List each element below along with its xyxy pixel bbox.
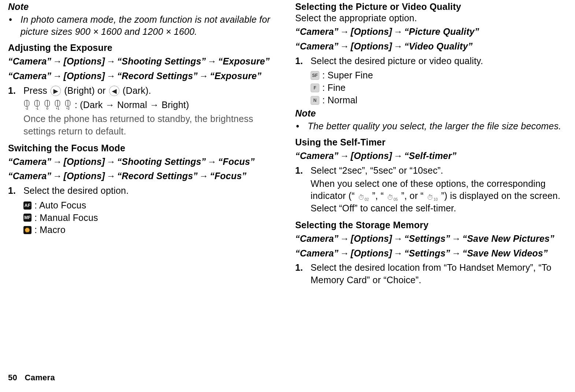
nav-left-key-icon: ◀ — [109, 86, 119, 96]
option-label: : Auto Focus — [34, 199, 86, 212]
path-seg: “Settings” — [404, 248, 450, 258]
list-item: N: Normal — [311, 94, 568, 107]
note-heading: Note — [295, 108, 568, 119]
list-item: F: Fine — [311, 82, 568, 94]
page-footer: 50 Camera — [8, 373, 55, 382]
normal-icon: N — [311, 96, 319, 105]
arrow-icon: → — [51, 171, 63, 181]
self-timer-10s-icon: ⏱ — [426, 193, 434, 201]
steps-storage: 1. Select the desired location from “To … — [295, 262, 568, 286]
note-item: • In photo camera mode, the zoom functio… — [8, 14, 281, 37]
left-column: Note • In photo camera mode, the zoom fu… — [8, 0, 281, 286]
auto-focus-icon: AF — [23, 201, 31, 210]
step-number: 1. — [295, 164, 311, 215]
arrow-icon: → — [450, 233, 462, 244]
super-fine-icon: SF — [311, 71, 319, 80]
right-column: Selecting the Picture or Video Quality S… — [295, 0, 568, 286]
arrow-icon: → — [51, 71, 63, 81]
list-item: 1. Select “2sec”, “5sec” or “10sec”. Whe… — [295, 164, 568, 215]
section-heading-exposure: Adjusting the Exposure — [8, 42, 281, 53]
path-seg: [Options] — [64, 56, 105, 66]
arrow-icon: → — [392, 41, 404, 51]
nav-right-key-icon: ▶ — [51, 86, 61, 96]
step-text: Select the desired location from “To Han… — [311, 262, 568, 286]
exposure-level-icon: -2 — [23, 100, 30, 110]
step-body: Select “2sec”, “5sec” or “10sec”. When y… — [311, 164, 568, 215]
arrow-icon: → — [338, 248, 350, 258]
arrow-icon: → — [198, 71, 210, 81]
path-seg: “Settings” — [404, 233, 450, 244]
steps-self-timer: 1. Select “2sec”, “5sec” or “10sec”. Whe… — [295, 164, 568, 215]
self-timer-2s-icon: ⏱ — [357, 193, 366, 201]
section-heading-self-timer: Using the Self-Timer — [295, 137, 568, 148]
list-item: SF: Super Fine — [311, 69, 568, 82]
self-timer-5s-icon: ⏱ — [386, 193, 394, 201]
path-seg: “Save New Videos” — [462, 248, 548, 258]
step-text: Press — [23, 85, 50, 96]
path-seg: [Options] — [351, 41, 392, 51]
step-text: Select the desired option. — [23, 185, 129, 196]
note-text: In photo camera mode, the zoom function … — [21, 14, 281, 37]
arrow-icon: → — [198, 171, 210, 181]
step-text: (Dark). — [123, 85, 151, 96]
option-label: : Normal — [322, 94, 357, 107]
exposure-level-icon: -1 — [34, 100, 40, 110]
list-item: 1. Select the desired location from “To … — [295, 262, 568, 286]
path-seg: “Camera” — [295, 151, 338, 161]
menu-path-focus-shooting: “Camera”→[Options]→“Shooting Settings”→“… — [8, 156, 281, 168]
path-seg: “Self-timer” — [404, 151, 457, 161]
path-seg: “Video Quality” — [404, 41, 473, 51]
page-number: 50 — [8, 373, 17, 382]
arrow-icon: → — [392, 26, 404, 37]
option-label: : Super Fine — [322, 69, 373, 82]
step-number: 1. — [295, 262, 311, 286]
exposure-return-note: Once the phone has returned to standby, … — [23, 113, 281, 138]
step-text: (Bright) or — [64, 85, 108, 96]
path-seg: [Options] — [351, 26, 392, 37]
quality-options-list: SF: Super Fine F: Fine N: Normal — [311, 69, 568, 106]
path-seg: “Exposure” — [218, 56, 270, 66]
quality-intro: Select the appropriate option. — [295, 13, 568, 23]
focus-options-list: AF: Auto Focus MF: Manual Focus 🌼: Macro — [23, 199, 281, 236]
path-seg: [Options] — [351, 233, 392, 244]
list-item: MF: Manual Focus — [23, 212, 281, 224]
path-seg: “Camera” — [295, 26, 338, 37]
step-text: Select the desired picture or video qual… — [311, 56, 483, 66]
exposure-level-icon: 0 — [44, 100, 51, 110]
option-label: : Fine — [322, 82, 346, 94]
exposure-level-icon: +2 — [64, 100, 71, 110]
path-seg: “Record Settings” — [117, 171, 198, 181]
path-seg: “Camera” — [295, 41, 338, 51]
section-heading-storage: Selecting the Storage Memory — [295, 220, 568, 230]
arrow-icon: → — [206, 156, 218, 167]
menu-path-focus-record: “Camera”→[Options]→“Record Settings”→“Fo… — [8, 170, 281, 182]
arrow-icon: → — [450, 248, 462, 258]
step-body: Select the desired option. AF: Auto Focu… — [23, 185, 281, 236]
menu-path-save-pictures: “Camera”→[Options]→“Settings”→“Save New … — [295, 233, 568, 245]
manual-focus-icon: MF — [23, 214, 31, 222]
path-seg: [Options] — [64, 156, 105, 167]
path-seg: “Camera” — [8, 71, 51, 81]
arrow-icon: → — [51, 156, 63, 167]
arrow-icon: → — [338, 41, 350, 51]
arrow-icon: → — [105, 71, 117, 81]
path-seg: “Camera” — [8, 171, 51, 181]
arrow-icon: → — [338, 26, 350, 37]
arrow-icon: → — [206, 56, 218, 66]
path-seg: [Options] — [64, 71, 105, 81]
menu-path-video-quality: “Camera”→[Options]→“Video Quality” — [295, 40, 568, 53]
menu-path-exposure-record: “Camera”→[Options]→“Record Settings”→“Ex… — [8, 70, 281, 82]
bullet-icon: • — [295, 120, 308, 132]
timer-indicator-text: When you select one of these options, th… — [311, 178, 568, 215]
option-label: : Manual Focus — [34, 212, 98, 224]
step-number: 1. — [8, 85, 23, 138]
arrow-icon: → — [105, 156, 117, 167]
manual-page: Note • In photo camera mode, the zoom fu… — [0, 0, 575, 286]
arrow-icon: → — [338, 151, 350, 161]
macro-icon: 🌼 — [23, 226, 31, 234]
arrow-icon: → — [105, 171, 117, 181]
path-seg: “Camera” — [8, 156, 51, 167]
option-label: : Macro — [34, 224, 66, 236]
note-heading: Note — [8, 1, 281, 12]
step-number: 1. — [295, 55, 311, 107]
